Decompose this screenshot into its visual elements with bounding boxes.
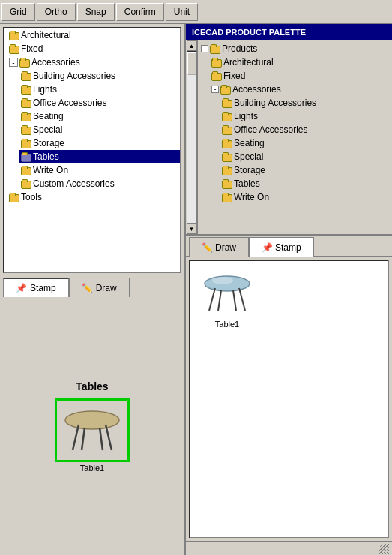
main-area: Architectural Fixed - Accessories Buildi… (0, 24, 392, 555)
resize-grip[interactable] (379, 544, 389, 554)
pal-tree-label-products: Products (222, 44, 257, 54)
tree-item-office-accessories[interactable]: Office Accessories (19, 96, 180, 110)
pal-tree-item-r-storage[interactable]: Storage (220, 164, 391, 177)
stamp-tab-label: Stamp (30, 283, 56, 293)
pal-tree-label-r-accessories: Accessories (232, 84, 281, 94)
stamp-icon: 📌 (16, 283, 27, 293)
tree-item-lights[interactable]: Lights (19, 82, 180, 96)
tree-label-tools: Tools (21, 192, 42, 202)
draw-tab-label: Draw (96, 283, 117, 293)
left-tab-bar: 📌 Stamp ✏️ Draw (0, 276, 184, 297)
stamp-tab[interactable]: 📌 Stamp (3, 278, 69, 297)
tree-label-building-accessories: Building Accessories (33, 70, 115, 81)
folder-icon (21, 73, 31, 81)
right-panel-inner: ▲ ▼ - Products (186, 40, 392, 555)
pal-expand-r-accessories[interactable]: - (211, 86, 219, 93)
palette-stamp-icon: 📌 (262, 242, 273, 253)
pal-tree-label-r-architectural: Architectural (223, 57, 274, 68)
scroll-thumb[interactable] (187, 52, 196, 75)
pal-tree-item-r-lights[interactable]: Lights (220, 110, 391, 123)
tree-item-architectural[interactable]: Architectural (7, 28, 180, 42)
palette-stamp-tab[interactable]: 📌 Stamp (249, 237, 314, 256)
left-panel: Architectural Fixed - Accessories Buildi… (0, 24, 186, 555)
tree-item-write-on[interactable]: Write On (19, 164, 180, 177)
palette-draw-tab[interactable]: ✏️ Draw (189, 237, 249, 256)
pal-tree-label-r-tables: Tables (234, 178, 260, 189)
svg-line-2 (106, 424, 112, 450)
tree-label-seating: Seating (33, 111, 64, 122)
left-preview-area: Tables Table1 (0, 297, 184, 555)
folder-icon (21, 181, 31, 189)
tree-item-custom-accessories[interactable]: Custom Accessories (19, 177, 180, 190)
folder-icon (9, 32, 19, 40)
tree-item-tables[interactable]: Tables (19, 150, 180, 164)
palette-tree: - Products Architectural Fixed (198, 40, 392, 234)
tree-label-custom-accessories: Custom Accessories (33, 178, 115, 189)
scroll-down-button[interactable]: ▼ (187, 224, 197, 234)
confirm-button[interactable]: Confirm (116, 3, 164, 21)
ortho-button[interactable]: Ortho (37, 3, 76, 21)
draw-icon: ✏️ (82, 283, 93, 293)
svg-line-4 (100, 428, 103, 450)
folder-icon (222, 113, 232, 122)
folder-icon (222, 167, 232, 176)
pal-tree-item-r-write-on[interactable]: Write On (220, 190, 391, 204)
svg-line-7 (209, 288, 215, 310)
folder-icon (222, 140, 232, 148)
folder-icon (19, 59, 30, 68)
pal-tree-item-r-tables[interactable]: Tables (220, 177, 391, 190)
snap-button[interactable]: Snap (77, 3, 115, 21)
pal-tree-item-products[interactable]: - Products (199, 42, 391, 56)
tree-item-special[interactable]: Special (19, 123, 180, 136)
svg-line-9 (218, 290, 221, 310)
pal-tree-item-r-fixed[interactable]: Fixed (210, 69, 391, 82)
tree-label-office-accessories: Office Accessories (33, 98, 106, 108)
pal-tree-item-r-accessories[interactable]: - Accessories (210, 82, 391, 96)
folder-icon (222, 100, 232, 108)
folder-icon (21, 86, 31, 94)
right-bottom-section: ✏️ Draw 📌 Stamp (186, 236, 392, 555)
folder-icon (211, 59, 222, 68)
pal-tree-item-r-architectural[interactable]: Architectural (210, 56, 391, 69)
preview-item[interactable]: Table1 (55, 398, 130, 472)
pal-tree-label-r-fixed: Fixed (223, 70, 245, 81)
tree-label-fixed: Fixed (21, 44, 43, 54)
expand-accessories[interactable]: - (9, 58, 18, 67)
tree-item-fixed[interactable]: Fixed (7, 42, 180, 56)
palette-scrollbar[interactable]: ▲ ▼ (186, 40, 198, 234)
scroll-up-button[interactable]: ▲ (187, 40, 197, 51)
svg-point-6 (212, 277, 233, 284)
svg-line-1 (73, 424, 79, 450)
unit-button[interactable]: Unit (166, 3, 198, 21)
tree-item-building-accessories[interactable]: Building Accessories (19, 69, 180, 82)
toolbar: Grid Ortho Snap Confirm Unit (0, 0, 392, 24)
folder-icon (21, 140, 31, 148)
svg-line-3 (82, 428, 85, 450)
table1-svg (202, 270, 253, 315)
draw-tab[interactable]: ✏️ Draw (69, 278, 130, 297)
status-bar (186, 542, 392, 555)
pal-expand-products[interactable]: - (201, 45, 208, 52)
palette-item-table1[interactable]: Table1 (193, 264, 261, 332)
tree-label-lights: Lights (33, 84, 57, 94)
left-tree: Architectural Fixed - Accessories Buildi… (3, 27, 181, 273)
selected-category-label: Tables (76, 380, 108, 392)
folder-icon (9, 46, 19, 54)
pal-tree-item-r-seating[interactable]: Seating (220, 136, 391, 150)
tree-item-storage[interactable]: Storage (19, 136, 180, 150)
tree-item-tools[interactable]: Tools (7, 190, 180, 204)
scroll-track (187, 51, 197, 224)
grid-button[interactable]: Grid (1, 3, 35, 21)
svg-line-8 (239, 288, 245, 310)
tree-item-seating[interactable]: Seating (19, 110, 180, 123)
tree-item-accessories[interactable]: - Accessories (7, 56, 180, 69)
pal-tree-label-r-building-accessories: Building Accessories (234, 98, 316, 108)
palette-item-image (200, 267, 254, 318)
pal-tree-label-r-storage: Storage (234, 165, 265, 176)
folder-icon (21, 113, 31, 122)
pal-tree-item-r-building-accessories[interactable]: Building Accessories (220, 96, 391, 110)
folder-icon (210, 46, 220, 54)
pal-tree-item-r-special[interactable]: Special (220, 150, 391, 164)
pal-tree-item-r-office-accessories[interactable]: Office Accessories (220, 123, 391, 136)
palette-title: ICECAD PRODUCT PALETTE (186, 24, 392, 40)
